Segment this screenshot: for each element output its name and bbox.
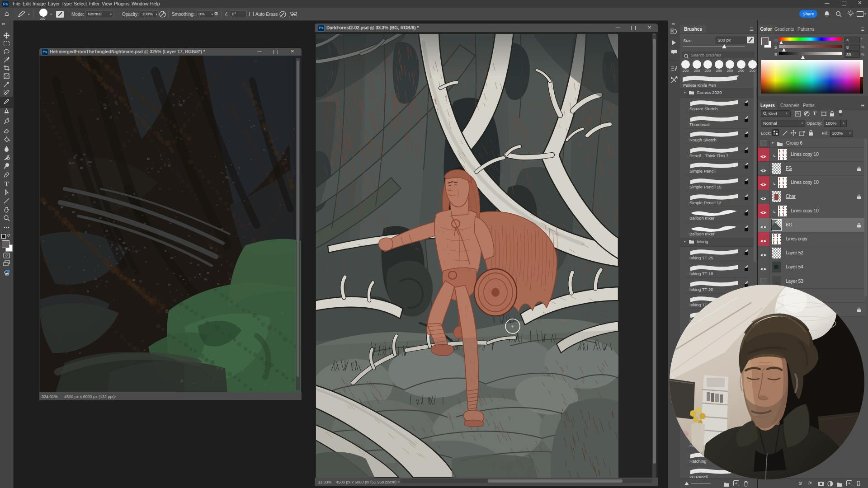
svg-text:T: T (5, 181, 9, 188)
